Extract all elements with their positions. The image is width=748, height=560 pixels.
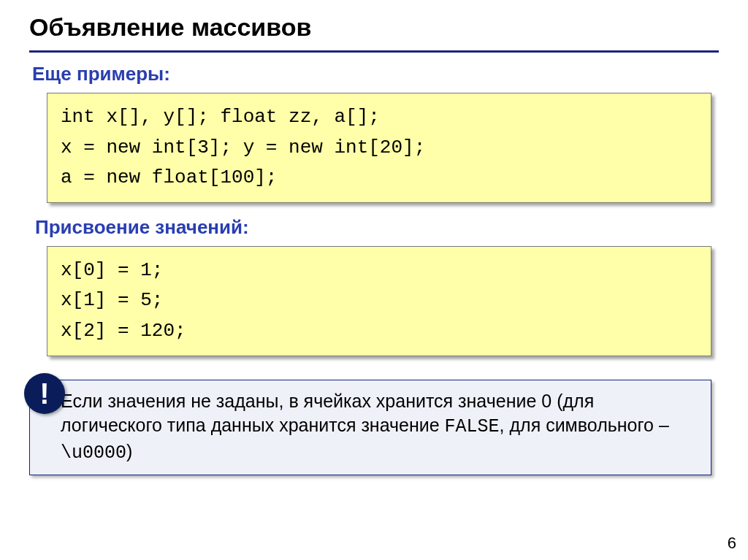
assignment-heading: Присвоение значений: — [35, 216, 719, 239]
slide-title: Объявление массивов — [29, 13, 719, 53]
note-text-3: ) — [126, 441, 132, 461]
note-mono-1: FALSE — [445, 416, 500, 437]
exclamation-glyph: ! — [39, 374, 49, 413]
code-block-declarations: int x[], y[]; float zz, a[]; x = new int… — [47, 93, 711, 203]
info-note: ! Если значения не заданы, в ячейках хра… — [29, 380, 711, 475]
examples-heading: Еще примеры: — [32, 63, 719, 85]
note-mono-2: \u0000 — [61, 442, 126, 464]
exclamation-icon: ! — [24, 373, 65, 414]
note-text-2: , для символьного – — [500, 415, 669, 435]
code-block-assignments: x[0] = 1; x[1] = 5; x[2] = 120; — [47, 246, 711, 356]
page-number: 6 — [728, 534, 736, 553]
